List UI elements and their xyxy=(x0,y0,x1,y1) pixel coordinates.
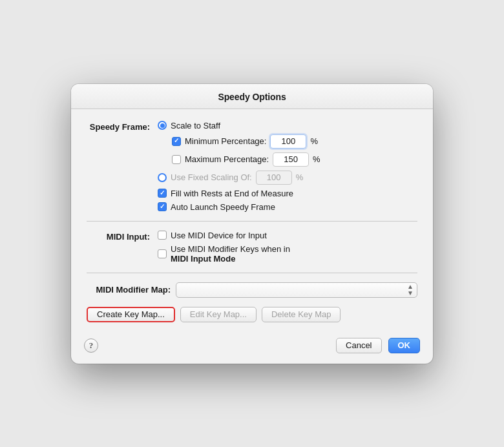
midi-modifier-row: Use MIDI Modifier Keys when in MIDI Inpu… xyxy=(158,244,417,264)
fixed-scaling-label: Use Fixed Scaling Of: xyxy=(171,172,252,182)
speedy-frame-controls: Scale to Staff Minimum Percentage: % Max… xyxy=(158,121,417,212)
max-percentage-unit: % xyxy=(313,154,320,164)
scale-to-staff-label: Scale to Staff xyxy=(171,121,220,130)
max-percentage-row: Maximum Percentage: % xyxy=(172,152,417,167)
midi-input-section: MIDI Input: Use MIDI Device for Input Us… xyxy=(87,231,417,264)
midi-device-label: Use MIDI Device for Input xyxy=(171,231,267,240)
min-percentage-row: Minimum Percentage: % xyxy=(172,134,417,149)
midi-modifier-map-select-wrapper: ▲ ▼ xyxy=(176,282,417,298)
fixed-scaling-row: Use Fixed Scaling Of: % xyxy=(158,171,417,185)
midi-modifier-checkbox[interactable] xyxy=(158,249,167,258)
ok-button[interactable]: OK xyxy=(388,338,421,353)
midi-input-label: MIDI Input: xyxy=(87,231,158,242)
bottom-section: MIDI Modifier Map: ▲ ▼ Create Key Map...… xyxy=(71,282,433,322)
max-percentage-input[interactable] xyxy=(273,152,309,167)
divider-2 xyxy=(87,273,417,273)
min-percentage-input[interactable] xyxy=(270,134,306,149)
auto-launch-label: Auto Launch Speedy Frame xyxy=(171,202,275,212)
min-percentage-label: Minimum Percentage: xyxy=(185,136,266,146)
scale-to-staff-radio[interactable] xyxy=(158,121,167,130)
fill-rests-checkbox[interactable] xyxy=(158,189,167,198)
action-buttons-row: Create Key Map... Edit Key Map... Delete… xyxy=(87,307,417,322)
fixed-scaling-input[interactable] xyxy=(256,171,292,185)
midi-modifier-map-row: MIDI Modifier Map: ▲ ▼ xyxy=(87,282,417,298)
min-percentage-unit: % xyxy=(310,136,318,146)
footer: ? Cancel OK xyxy=(71,333,433,364)
main-content: Speedy Frame: Scale to Staff Minimum Per… xyxy=(71,109,433,273)
fill-rests-row: Fill with Rests at End of Measure xyxy=(158,189,417,198)
midi-modifier-label: Use MIDI Modifier Keys when in MIDI Inpu… xyxy=(171,244,290,264)
midi-modifier-map-label: MIDI Modifier Map: xyxy=(87,285,171,295)
dialog-title: Speedy Options xyxy=(81,92,423,102)
midi-device-row: Use MIDI Device for Input xyxy=(158,231,417,240)
midi-modifier-map-select[interactable] xyxy=(176,282,417,298)
midi-input-controls: Use MIDI Device for Input Use MIDI Modif… xyxy=(158,231,417,264)
midi-device-checkbox[interactable] xyxy=(158,231,167,240)
speedy-options-dialog: Speedy Options Speedy Frame: Scale to St… xyxy=(71,84,433,364)
cancel-button[interactable]: Cancel xyxy=(336,338,381,353)
help-button[interactable]: ? xyxy=(84,338,98,353)
min-percentage-checkbox[interactable] xyxy=(172,137,181,146)
max-percentage-label: Maximum Percentage: xyxy=(185,154,269,164)
speedy-frame-section: Speedy Frame: Scale to Staff Minimum Per… xyxy=(87,121,417,212)
scale-to-staff-row: Scale to Staff xyxy=(158,121,417,130)
fixed-scaling-unit: % xyxy=(296,172,304,182)
fill-rests-label: Fill with Rests at End of Measure xyxy=(171,189,293,198)
speedy-frame-label: Speedy Frame: xyxy=(87,121,158,132)
edit-key-map-button[interactable]: Edit Key Map... xyxy=(180,307,257,322)
title-bar: Speedy Options xyxy=(71,84,433,109)
max-percentage-checkbox[interactable] xyxy=(172,155,181,164)
divider-1 xyxy=(87,221,417,222)
auto-launch-checkbox[interactable] xyxy=(158,202,167,211)
delete-key-map-button[interactable]: Delete Key Map xyxy=(262,307,341,322)
footer-right: Cancel OK xyxy=(336,338,420,353)
auto-launch-row: Auto Launch Speedy Frame xyxy=(158,202,417,212)
fixed-scaling-radio[interactable] xyxy=(158,173,167,182)
create-key-map-button[interactable]: Create Key Map... xyxy=(87,307,175,322)
